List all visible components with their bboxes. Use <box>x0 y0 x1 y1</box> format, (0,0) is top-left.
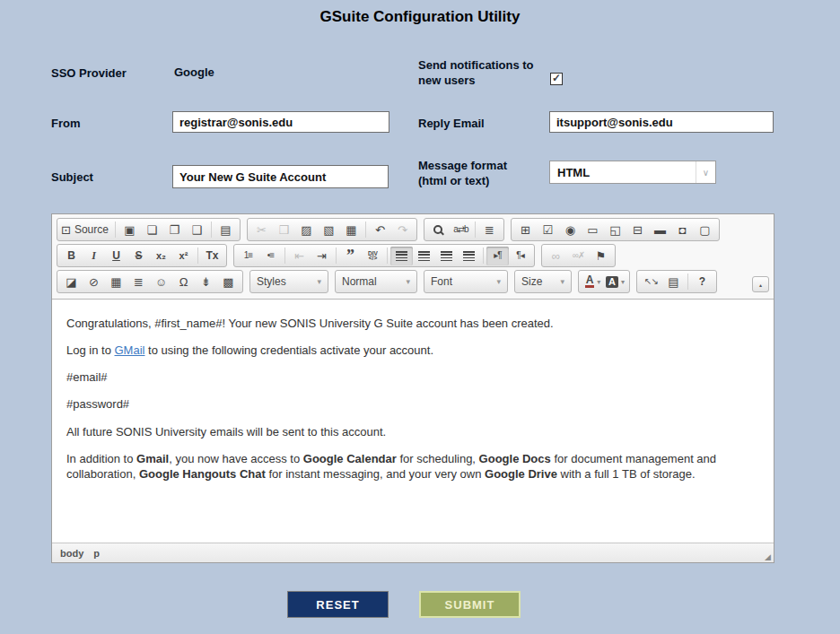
toolbar-separator <box>336 248 337 264</box>
horizontal-rule-icon: ≣ <box>134 276 144 288</box>
image-button[interactable]: ◪ <box>60 273 83 291</box>
blockquote-button[interactable]: ” <box>339 247 362 265</box>
resize-handle-icon[interactable]: ◢ <box>765 552 771 561</box>
text-field-button[interactable]: ▭ <box>582 221 604 239</box>
find-button[interactable] <box>427 221 450 239</box>
toolbar-group: ⊞☑◉▭◱⊟▬◘▢ <box>511 218 720 241</box>
send-notifications-checkbox[interactable]: ✓ <box>550 73 563 85</box>
image-button-icon: ◘ <box>679 224 687 236</box>
toolbar-group: A▾A▾ <box>578 270 630 293</box>
checkbox-field-button[interactable]: ☑ <box>537 221 559 239</box>
bulleted-list-button[interactable]: •≡ <box>259 247 282 265</box>
source-button[interactable]: ⊡Source <box>60 221 112 239</box>
image-button-button[interactable]: ◘ <box>671 221 694 239</box>
chevron-down-icon: ▾ <box>496 277 501 286</box>
subject-input[interactable] <box>172 165 389 188</box>
submit-button[interactable]: SUBMIT <box>419 591 521 618</box>
editor-content[interactable]: Congratulations, #first_name#! Your new … <box>52 300 774 543</box>
background-color-icon: A <box>606 276 618 288</box>
editor-path-bar: body p ◢ <box>52 543 774 562</box>
subscript-button[interactable]: x₂ <box>150 247 172 265</box>
send-notifications-label: Send notifications to new users <box>418 57 535 88</box>
bold-button[interactable]: B <box>60 247 83 265</box>
smiley-icon: ☺ <box>155 276 167 288</box>
new-page-button[interactable]: ❏ <box>141 221 163 239</box>
superscript-icon: x² <box>179 251 188 261</box>
text-color-button[interactable]: A▾ <box>582 273 604 291</box>
size-dropdown-label: Size <box>521 275 542 288</box>
increase-indent-button[interactable]: ⇥ <box>311 247 333 265</box>
show-blocks-button[interactable]: ▤ <box>662 273 685 291</box>
undo-icon: ↶ <box>375 224 385 236</box>
print-button[interactable]: ❑ <box>186 221 208 239</box>
save-button[interactable]: ▣ <box>118 221 141 239</box>
justify-block-button[interactable] <box>458 247 480 265</box>
align-right-button[interactable] <box>435 247 458 265</box>
button-field-button[interactable]: ▬ <box>649 221 671 239</box>
font-dropdown[interactable]: Font▾ <box>424 270 508 293</box>
paste-from-word-button[interactable]: ▦ <box>340 221 363 239</box>
superscript-button[interactable]: x² <box>172 247 195 265</box>
undo-button[interactable]: ↶ <box>369 221 391 239</box>
reset-button[interactable]: RESET <box>287 591 389 618</box>
iframe-button[interactable]: ▩ <box>217 273 240 291</box>
flash-button[interactable]: ⊘ <box>83 273 105 291</box>
align-left-button[interactable] <box>390 247 413 265</box>
select-field-button[interactable]: ⊟ <box>626 221 649 239</box>
unlink-icon: ∞✗ <box>573 251 585 260</box>
chevron-down-icon: ▾ <box>406 277 410 286</box>
numbered-list-button[interactable]: 1≡ <box>237 247 259 265</box>
size-dropdown[interactable]: Size▾ <box>514 270 572 293</box>
special-character-button[interactable]: Ω <box>172 273 195 291</box>
decrease-indent-icon: ⇤ <box>294 250 304 262</box>
paste-button[interactable]: ▨ <box>295 221 318 239</box>
anchor-button[interactable]: ⚑ <box>590 247 612 265</box>
templates-button[interactable]: ▤ <box>214 221 237 239</box>
paste-as-text-button[interactable]: ▧ <box>318 221 340 239</box>
hidden-field-button[interactable]: ▢ <box>694 221 716 239</box>
preview-button[interactable]: ❐ <box>163 221 186 239</box>
create-div-button[interactable]: DIV </> <box>362 247 384 265</box>
maximize-button[interactable]: ↖↘ <box>640 273 662 291</box>
smiley-button[interactable]: ☺ <box>150 273 172 291</box>
text-direction-ltr-button[interactable]: ▸¶ <box>486 247 509 265</box>
horizontal-rule-button[interactable]: ≣ <box>127 273 150 291</box>
paste-icon: ▨ <box>301 224 311 236</box>
preview-icon: ❐ <box>170 224 180 236</box>
textarea-field-button[interactable]: ◱ <box>604 221 626 239</box>
underline-button[interactable]: U <box>105 247 127 265</box>
text-segment: #email# <box>66 370 108 384</box>
text-segment: to using the following credentials activ… <box>144 343 433 357</box>
from-input[interactable] <box>172 111 389 133</box>
remove-format-button[interactable]: Tx <box>201 247 223 265</box>
select-all-button[interactable]: ≣ <box>478 221 501 239</box>
redo-button: ↷ <box>391 221 414 239</box>
page-break-button[interactable]: ⇟ <box>195 273 217 291</box>
toolbar-group: BIUSx₂x²Tx <box>57 244 227 267</box>
text-field-icon: ▭ <box>587 224 598 236</box>
styles-dropdown[interactable]: Styles▾ <box>249 270 328 293</box>
reply-email-label: Reply Email <box>418 116 485 131</box>
background-color-button[interactable]: A▾ <box>604 273 626 291</box>
path-item-body[interactable]: body <box>60 548 83 559</box>
toolbar-separator <box>475 221 476 238</box>
reply-email-input[interactable] <box>549 111 774 133</box>
format-dropdown[interactable]: Normal▾ <box>335 270 417 293</box>
increase-indent-icon: ⇥ <box>317 250 327 262</box>
path-item-p[interactable]: p <box>93 548 100 559</box>
form-button[interactable]: ⊞ <box>514 221 537 239</box>
strikethrough-button[interactable]: S <box>127 247 150 265</box>
toolbar-collapse-button[interactable]: ▴ <box>752 276 769 292</box>
radio-button-button[interactable]: ◉ <box>559 221 582 239</box>
about-button[interactable]: ? <box>691 273 713 291</box>
select-field-icon: ⊟ <box>633 224 643 236</box>
table-button[interactable]: ▦ <box>105 273 127 291</box>
align-center-button[interactable] <box>413 247 435 265</box>
text-direction-rtl-button[interactable]: ¶◂ <box>509 247 531 265</box>
message-format-select[interactable]: HTML ∨ <box>549 161 716 184</box>
replace-button[interactable]: a⇄b <box>450 221 472 239</box>
gmail-link[interactable]: GMail <box>115 343 145 357</box>
anchor-icon: ⚑ <box>596 250 607 262</box>
italic-button[interactable]: I <box>83 247 105 265</box>
italic-icon: I <box>92 250 96 261</box>
